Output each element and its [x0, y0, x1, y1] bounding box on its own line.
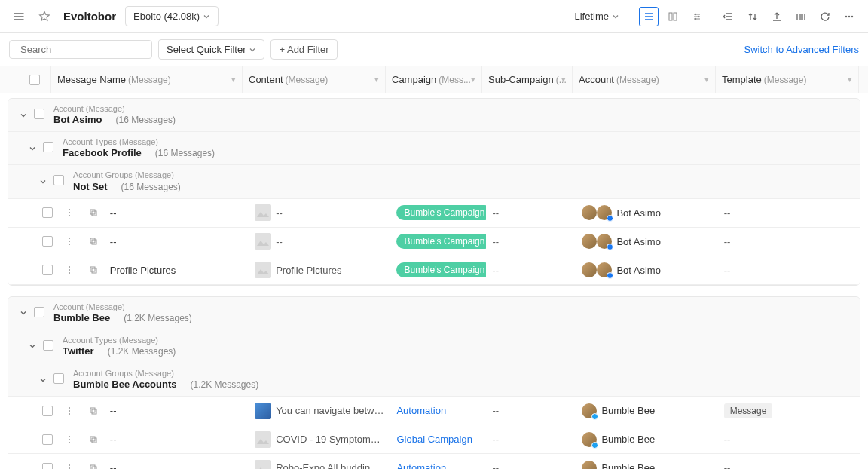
row-menu-icon[interactable] — [65, 265, 74, 274]
collapse-icon[interactable] — [17, 307, 29, 319]
svg-point-16 — [69, 244, 70, 245]
svg-rect-12 — [90, 210, 95, 214]
toolbar-actions — [719, 7, 859, 26]
row-menu-icon[interactable] — [65, 208, 74, 217]
row-menu-icon[interactable] — [65, 237, 74, 246]
top-bar: Evoltobor Ebolto (42.08k) Lifetime — [0, 0, 868, 33]
row-name: Profile Pictures — [104, 265, 249, 276]
advanced-filters-link[interactable]: Switch to Advanced Filters — [744, 44, 859, 55]
group-checkbox[interactable] — [43, 142, 53, 152]
workspace-dropdown[interactable]: Ebolto (42.08k) — [125, 6, 219, 26]
barcode-icon[interactable] — [791, 7, 811, 26]
row-check-cell — [8, 236, 59, 247]
view-mode-group — [639, 7, 707, 26]
content-thumb-icon — [255, 403, 271, 419]
search-box[interactable] — [9, 40, 152, 59]
column-sub-campaign[interactable]: Sub-Campaign(...▾ — [482, 66, 573, 93]
row-template: -- — [718, 434, 860, 445]
group-checkbox[interactable] — [34, 109, 44, 119]
column-view-icon[interactable] — [663, 7, 683, 26]
row-actions — [59, 435, 103, 444]
group-value: Bumble Bee Accounts — [73, 379, 177, 390]
campaign-pill[interactable]: Bumble's Campaign — [396, 234, 486, 249]
menu-icon[interactable] — [9, 7, 29, 26]
sort-icon[interactable] — [743, 7, 763, 26]
svg-point-14 — [69, 238, 70, 239]
group-meta: Account Groups (Message) — [73, 170, 181, 180]
svg-rect-1 — [674, 13, 677, 20]
group-checkbox[interactable] — [43, 340, 53, 351]
row-checkbox[interactable] — [42, 236, 53, 247]
row-subcampaign: -- — [486, 405, 576, 416]
column-template[interactable]: Template(Message)▾ — [716, 66, 859, 93]
collapse-icon[interactable] — [26, 340, 38, 352]
row-menu-icon[interactable] — [65, 464, 74, 469]
row-copy-icon[interactable] — [89, 208, 98, 217]
group-checkbox[interactable] — [53, 373, 64, 384]
search-input[interactable] — [20, 44, 147, 55]
collapse-icon[interactable] — [37, 176, 49, 188]
row-checkbox[interactable] — [42, 406, 53, 416]
row-copy-icon[interactable] — [89, 406, 98, 415]
group-meta: Account Groups (Message) — [73, 368, 258, 379]
collapse-icon[interactable] — [17, 109, 29, 121]
column-message-name[interactable]: Message Name(Message)▾ — [51, 66, 243, 93]
outdent-icon[interactable] — [719, 7, 738, 26]
select-all-checkbox[interactable] — [29, 75, 40, 85]
campaign-link[interactable]: Automation — [396, 462, 446, 469]
quick-filter-dropdown[interactable]: Select Quick Filter — [158, 39, 264, 60]
row-template: Message — [718, 405, 860, 416]
table-row: Profile Pictures Profile Pictures Bumble… — [8, 256, 860, 285]
row-checkbox[interactable] — [42, 207, 53, 218]
svg-rect-0 — [669, 13, 672, 20]
row-menu-icon[interactable] — [65, 435, 74, 444]
row-copy-icon[interactable] — [89, 435, 98, 444]
svg-point-10 — [69, 212, 70, 213]
row-account: Bumble Bee — [576, 461, 717, 469]
campaign-pill[interactable]: Bumble's Campaign — [396, 262, 486, 277]
row-copy-icon[interactable] — [89, 464, 98, 469]
campaign-link[interactable]: Automation — [396, 405, 446, 416]
svg-rect-22 — [90, 267, 95, 271]
svg-rect-33 — [92, 438, 96, 443]
table-row: -- You can navigate between v... Automat… — [8, 397, 860, 425]
row-menu-icon[interactable] — [65, 406, 74, 415]
template-tag[interactable]: Message — [724, 403, 773, 418]
row-copy-icon[interactable] — [89, 237, 98, 246]
row-check-cell — [8, 434, 59, 445]
row-content: Profile Pictures — [249, 262, 390, 278]
campaign-link[interactable]: Global Campaign — [396, 434, 472, 445]
avatar — [582, 461, 597, 469]
group-count: (16 Messages) — [155, 148, 215, 158]
page-title: Evoltobor — [63, 10, 116, 23]
row-copy-icon[interactable] — [89, 265, 98, 274]
star-icon[interactable] — [35, 7, 54, 26]
group-checkbox[interactable] — [34, 307, 44, 317]
campaign-pill[interactable]: Bumble's Campaign — [396, 205, 486, 220]
collapse-icon[interactable] — [37, 374, 49, 386]
content-thumb-icon — [255, 431, 271, 448]
group-meta: Account (Message) — [53, 302, 192, 312]
svg-point-19 — [69, 266, 70, 268]
more-icon[interactable] — [839, 7, 859, 26]
refresh-icon[interactable] — [815, 7, 835, 26]
column-account[interactable]: Account(Message)▾ — [573, 66, 716, 93]
settings-view-icon[interactable] — [687, 7, 707, 26]
group-header-l1: Account (Message) Bot Asimo(16 Messages) — [8, 99, 860, 132]
avatar — [582, 205, 597, 220]
group-value: Twitter — [63, 345, 94, 357]
add-filter-button[interactable]: + Add Filter — [270, 39, 337, 60]
row-name: -- — [104, 207, 249, 219]
export-icon[interactable] — [767, 7, 787, 26]
row-checkbox[interactable] — [42, 265, 53, 275]
fb-badge-icon — [607, 215, 613, 222]
list-view-icon[interactable] — [639, 7, 659, 26]
collapse-icon[interactable] — [26, 143, 38, 155]
row-checkbox[interactable] — [42, 463, 53, 469]
timeframe-dropdown[interactable]: Lifetime — [567, 7, 627, 26]
column-campaign[interactable]: Campaign(Mess...▾ — [386, 66, 482, 93]
group-checkbox[interactable] — [53, 175, 64, 185]
row-checkbox[interactable] — [42, 434, 53, 445]
avatar — [582, 432, 597, 447]
column-content[interactable]: Content(Message)▾ — [243, 66, 386, 93]
